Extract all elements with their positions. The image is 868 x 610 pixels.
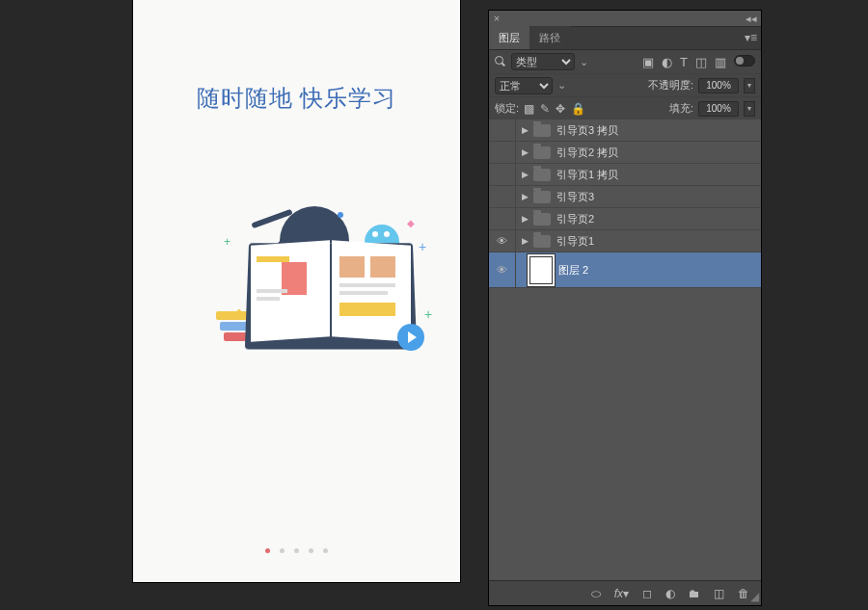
filter-shape-icon[interactable]: ◫	[695, 55, 707, 69]
folder-icon	[533, 213, 551, 225]
onboarding-illustration: +◆+◆+	[183, 193, 420, 360]
folder-icon	[533, 235, 551, 248]
artboard: 随时随地 快乐学习 +◆+◆+	[133, 0, 460, 582]
panel-footer: ⬭ fx▾ ◻ ◐ 🖿 ◫ 🗑 ◢	[489, 580, 761, 605]
filter-type-icon[interactable]: T	[680, 55, 688, 69]
layer-name[interactable]: 引导页3	[556, 190, 594, 204]
layer-row[interactable]: ▶ 引导页2 拷贝	[489, 142, 761, 164]
dropdown-arrow-icon[interactable]: ⌄	[580, 56, 588, 68]
filter-smart-icon[interactable]: ▥	[715, 55, 726, 69]
layer-name[interactable]: 引导页1	[556, 234, 594, 249]
close-icon[interactable]: ×	[489, 13, 504, 24]
visibility-toggle[interactable]	[489, 186, 516, 207]
page-dot	[323, 548, 328, 553]
adjustment-layer-icon[interactable]: ◐	[665, 587, 675, 600]
disclosure-icon[interactable]: ▶	[522, 236, 531, 246]
layer-name[interactable]: 图层 2	[558, 263, 588, 278]
page-dot	[294, 548, 299, 553]
delete-layer-icon[interactable]: 🗑	[738, 587, 749, 600]
layer-row[interactable]: ▶ 引导页2	[489, 208, 761, 230]
blend-mode-select[interactable]: 正常	[495, 77, 553, 94]
lock-all-icon[interactable]: 🔒	[571, 102, 585, 116]
disclosure-icon[interactable]: ▶	[522, 170, 531, 179]
lock-pixels-icon[interactable]: ▩	[524, 102, 534, 116]
page-dot-active	[265, 548, 270, 553]
opacity-stepper[interactable]: ▾	[744, 78, 755, 93]
page-indicator	[133, 548, 460, 553]
disclosure-icon[interactable]: ▶	[522, 125, 531, 135]
visibility-toggle[interactable]	[489, 142, 516, 163]
opacity-label: 不透明度:	[648, 78, 693, 93]
play-icon	[397, 324, 424, 351]
filter-toggle[interactable]	[734, 55, 755, 66]
folder-icon	[533, 169, 551, 181]
layer-name[interactable]: 引导页3 拷贝	[556, 123, 618, 138]
disclosure-icon[interactable]: ▶	[522, 192, 531, 201]
panel-titlebar[interactable]: × ◂◂	[489, 11, 761, 27]
layer-row[interactable]: 👁 ▶ 引导页1	[489, 230, 761, 252]
visibility-toggle[interactable]	[489, 164, 516, 185]
lock-brush-icon[interactable]: ✎	[540, 102, 550, 116]
lock-label: 锁定:	[495, 101, 519, 116]
page-dot	[280, 548, 285, 553]
visibility-toggle[interactable]: 👁	[489, 230, 516, 252]
search-icon	[495, 56, 506, 67]
layer-row[interactable]: ▶ 引导页1 拷贝	[489, 164, 761, 186]
layer-list: ▶ 引导页3 拷贝 ▶ 引导页2 拷贝 ▶ 引导页1 拷贝 ▶ 引导页3 ▶ 引…	[489, 119, 761, 288]
link-layers-icon[interactable]: ⬭	[591, 587, 601, 600]
disclosure-icon[interactable]: ▶	[522, 214, 531, 224]
collapse-icon[interactable]: ◂◂	[742, 13, 761, 25]
layer-row[interactable]: ▶ 引导页3 拷贝	[489, 119, 761, 142]
disclosure-icon[interactable]: ▶	[522, 147, 531, 157]
visibility-toggle[interactable]: 👁	[489, 252, 516, 287]
layer-row[interactable]: ▶ 引导页3	[489, 186, 761, 208]
panel-menu-icon[interactable]: ▾≡	[745, 31, 757, 44]
fill-input[interactable]: 100%	[698, 101, 739, 117]
layer-row-selected[interactable]: 👁 图层 2	[489, 252, 761, 288]
layer-name[interactable]: 引导页2 拷贝	[556, 146, 618, 160]
folder-icon	[533, 191, 551, 203]
fill-stepper[interactable]: ▾	[744, 101, 755, 117]
new-layer-icon[interactable]: ◫	[714, 587, 724, 600]
new-group-icon[interactable]: 🖿	[689, 587, 700, 600]
layer-thumbnail[interactable]	[529, 256, 553, 284]
tab-paths[interactable]: 路径	[529, 26, 570, 49]
layer-name[interactable]: 引导页1 拷贝	[556, 168, 618, 182]
onboarding-title: 随时随地 快乐学习	[133, 83, 460, 114]
opacity-input[interactable]: 100%	[698, 78, 739, 93]
visibility-toggle[interactable]	[489, 119, 516, 141]
folder-icon	[533, 146, 551, 159]
filter-bar: 类型 ⌄ ▣ ◐ T ◫ ▥	[489, 50, 761, 73]
resize-grip-icon[interactable]: ◢	[750, 590, 759, 603]
folder-icon	[533, 124, 551, 137]
tab-layers[interactable]: 图层	[489, 26, 529, 49]
layer-name[interactable]: 引导页2	[556, 212, 594, 226]
layer-mask-icon[interactable]: ◻	[642, 587, 652, 600]
fill-label: 填充:	[669, 101, 693, 116]
layer-style-icon[interactable]: fx▾	[614, 587, 629, 600]
visibility-toggle[interactable]	[489, 208, 516, 229]
dropdown-arrow-icon[interactable]: ⌄	[557, 79, 566, 92]
page-dot	[309, 548, 313, 553]
layer-kind-select[interactable]: 类型	[511, 53, 575, 70]
robot-icon	[365, 225, 399, 244]
filter-pixel-icon[interactable]: ▣	[642, 55, 654, 69]
lock-position-icon[interactable]: ✥	[556, 102, 565, 116]
filter-adjust-icon[interactable]: ◐	[662, 55, 672, 69]
layers-panel: × ◂◂ 图层 路径 ▾≡ 类型 ⌄ ▣ ◐ T ◫ ▥ 正常 ⌄ 不透明度: …	[489, 11, 761, 605]
